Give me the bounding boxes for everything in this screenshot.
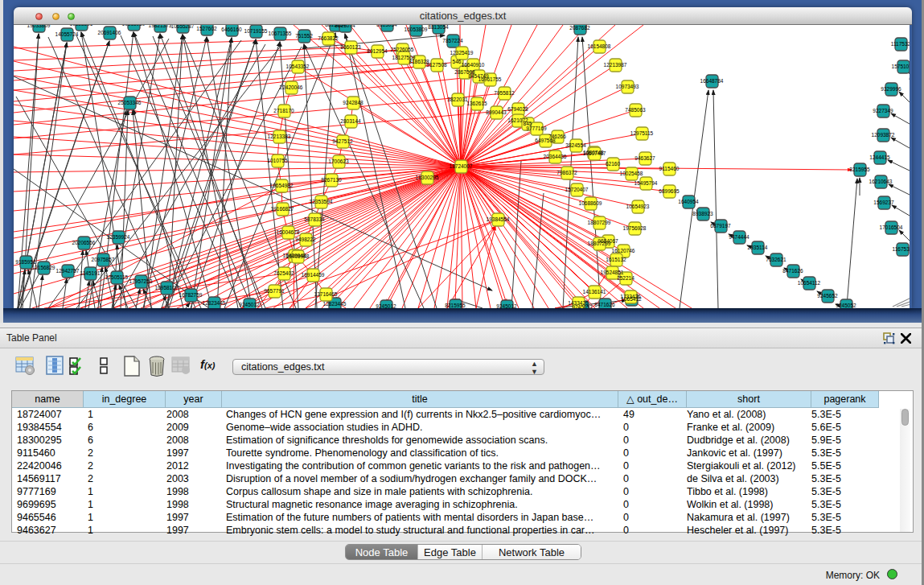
svg-text:7632621: 7632621: [766, 257, 786, 262]
svg-text:12213383: 12213383: [268, 134, 291, 139]
svg-text:7955812: 7955812: [494, 90, 515, 96]
svg-text:10973493: 10973493: [616, 84, 639, 89]
svg-text:9185951: 9185951: [15, 259, 36, 265]
svg-text:10688609: 10688609: [579, 200, 602, 206]
svg-text:9245012: 9245012: [239, 302, 260, 307]
svg-text:1362615: 1362615: [466, 101, 487, 106]
svg-text:15495794: 15495794: [634, 180, 658, 186]
svg-text:9245012: 9245012: [376, 303, 396, 308]
svg-text:19828306: 19828306: [70, 25, 93, 27]
svg-text:2935114: 2935114: [748, 245, 768, 250]
svg-text:17957253: 17957253: [129, 278, 153, 284]
svg-text:546: 546: [453, 59, 462, 64]
svg-text:15751074: 15751074: [892, 64, 910, 69]
svg-text:7625402: 7625402: [273, 270, 294, 276]
svg-text:16120746: 16120746: [612, 248, 635, 253]
svg-text:8267130: 8267130: [321, 177, 342, 183]
svg-text:9474444: 9474444: [729, 234, 749, 240]
svg-text:12213987: 12213987: [604, 62, 627, 68]
svg-text:12359924: 12359924: [107, 234, 130, 240]
svg-text:25053346: 25053346: [118, 100, 142, 105]
svg-text:6899695: 6899695: [659, 188, 680, 194]
svg-text:16053809: 16053809: [405, 27, 428, 32]
svg-text:9115460: 9115460: [659, 166, 680, 171]
svg-text:10654112: 10654112: [798, 280, 821, 286]
svg-text:1145191: 1145191: [80, 270, 101, 276]
svg-text:13716465: 13716465: [314, 291, 338, 297]
svg-text:12823445: 12823445: [323, 301, 347, 307]
svg-text:8813054: 8813054: [428, 25, 449, 30]
svg-text:62160: 62160: [606, 161, 620, 167]
svg-text:18724007: 18724007: [450, 163, 473, 169]
svg-text:9463627: 9463627: [634, 155, 655, 161]
svg-text:16640910: 16640910: [462, 62, 485, 68]
svg-text:19756928: 19756928: [623, 225, 647, 231]
svg-text:8990443: 8990443: [486, 109, 507, 115]
svg-text:1117532: 1117532: [891, 41, 910, 47]
svg-text:8660123: 8660123: [340, 44, 361, 50]
svg-text:1640954: 1640954: [678, 199, 699, 204]
svg-text:2087682: 2087682: [569, 25, 590, 31]
svg-text:1527602: 1527602: [196, 26, 217, 31]
svg-text:16961755: 16961755: [478, 76, 502, 82]
svg-text:1700623: 1700623: [328, 159, 349, 164]
svg-text:1615132: 1615132: [606, 257, 626, 262]
svg-text:25226055: 25226055: [391, 47, 414, 52]
svg-text:20975857: 20975857: [92, 257, 115, 262]
svg-text:1167533: 1167533: [893, 246, 910, 252]
svg-text:18300295: 18300295: [416, 175, 439, 180]
svg-text:19384554: 19384554: [487, 216, 510, 222]
svg-text:12975115: 12975115: [630, 130, 654, 136]
svg-text:16004678: 16004678: [277, 229, 300, 235]
svg-text:10655287: 10655287: [171, 25, 195, 29]
svg-text:9777169: 9777169: [526, 126, 547, 131]
svg-text:10025458: 10025458: [620, 171, 643, 176]
svg-text:6879197: 6879197: [710, 223, 731, 229]
svg-text:10719155: 10719155: [244, 28, 268, 34]
svg-text:12093872: 12093872: [872, 132, 895, 138]
svg-text:18807299: 18807299: [588, 220, 611, 225]
svg-text:9245012: 9245012: [496, 303, 517, 308]
svg-text:9657791: 9657791: [264, 288, 285, 294]
svg-text:9498222: 9498222: [295, 237, 316, 242]
svg-text:12353594: 12353594: [310, 199, 333, 204]
svg-text:7485063: 7485063: [625, 107, 646, 113]
svg-text:1244415: 1244415: [869, 154, 890, 160]
svg-text:10654923: 10654923: [626, 204, 650, 209]
svg-text:19033809: 19033809: [27, 25, 51, 28]
svg-text:16409948: 16409948: [286, 253, 310, 259]
svg-text:20691406: 20691406: [98, 30, 121, 35]
svg-text:10813059: 10813059: [122, 25, 146, 27]
svg-text:9127508: 9127508: [426, 62, 447, 68]
svg-text:252214: 252214: [617, 275, 634, 281]
svg-text:2718170: 2718170: [273, 108, 294, 113]
svg-text:751552: 751552: [295, 33, 313, 39]
svg-text:10607487: 10607487: [583, 150, 606, 156]
svg-text:7986372: 7986372: [556, 170, 577, 175]
svg-text:14136141: 14136141: [583, 289, 606, 295]
svg-text:7663822: 7663822: [318, 35, 339, 41]
svg-text:8912954: 8912954: [367, 48, 388, 54]
svg-text:18807299: 18807299: [588, 241, 611, 246]
svg-text:12156829: 12156829: [32, 265, 55, 270]
svg-text:16914459: 16914459: [302, 272, 325, 278]
svg-text:16154808: 16154808: [588, 43, 611, 49]
svg-text:5878334: 5878334: [304, 216, 325, 222]
svg-text:9242848: 9242848: [343, 100, 363, 105]
svg-text:17016504: 17016504: [880, 225, 903, 230]
svg-text:19654982: 19654982: [270, 183, 294, 188]
svg-text:22420046: 22420046: [280, 84, 303, 90]
svg-text:746266: 746266: [548, 134, 566, 139]
svg-text:1433426: 1433426: [568, 300, 589, 306]
svg-text:14055724: 14055724: [55, 31, 79, 37]
svg-text:9245652: 9245652: [817, 293, 838, 299]
svg-text:1569237: 1569237: [873, 200, 894, 205]
svg-text:8215955: 8215955: [445, 303, 466, 308]
svg-text:7857224: 7857224: [442, 38, 463, 43]
svg-text:8613074: 8613074: [335, 25, 355, 28]
svg-text:1010755: 1010755: [267, 158, 288, 163]
svg-text:6794028: 6794028: [507, 106, 528, 112]
svg-text:8813054: 8813054: [376, 25, 397, 27]
svg-text:1733426: 1733426: [620, 294, 641, 299]
svg-text:20364436: 20364436: [544, 154, 567, 159]
